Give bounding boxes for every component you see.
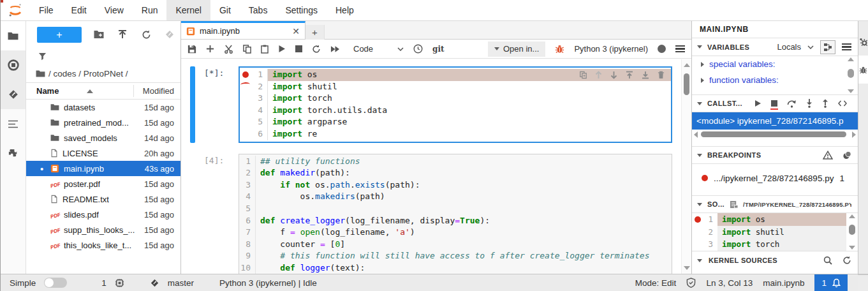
cut-icon[interactable] (224, 43, 233, 56)
git-branch-name[interactable]: master (168, 278, 194, 288)
refresh-icon[interactable] (842, 256, 851, 265)
right-tab-property-inspector[interactable] (858, 27, 868, 56)
name-column-header[interactable]: Name (36, 86, 59, 96)
new-folder-button[interactable] (92, 28, 105, 41)
file-list-header[interactable]: Name Modified (26, 82, 180, 100)
breakpoint-gutter[interactable] (240, 81, 251, 93)
code-line[interactable]: 5import argparse (240, 116, 671, 128)
code-text[interactable]: os.makedirs(path) (256, 191, 672, 203)
restart-kernel-icon[interactable] (312, 43, 321, 56)
step-out-icon[interactable] (822, 99, 828, 108)
code-text[interactable]: import re (268, 128, 671, 140)
code-line[interactable]: 3import torch (692, 238, 858, 251)
toolbar-overflow-icon[interactable] (675, 43, 685, 56)
collapse-caret-icon[interactable] (697, 154, 702, 157)
menu-help[interactable]: Help (327, 0, 363, 20)
kernels-count[interactable]: 1 (101, 278, 107, 288)
code-text[interactable]: import torch (717, 238, 846, 251)
collapse-caret-icon[interactable] (697, 102, 702, 105)
code-text[interactable]: def logger(text): (256, 262, 672, 274)
code-line[interactable]: 1import os (692, 213, 858, 226)
close-all-breakpoints-icon[interactable] (842, 151, 851, 160)
refresh-icon[interactable] (140, 28, 152, 41)
chip-icon[interactable] (115, 278, 124, 288)
git-branch-icon[interactable] (150, 278, 159, 288)
scrollbar-thumb[interactable] (701, 131, 846, 137)
evaluate-code-icon[interactable] (838, 100, 847, 107)
run-icon[interactable] (278, 43, 286, 56)
menu-kernel[interactable]: Kernel (166, 0, 210, 20)
breakpoint-gutter[interactable] (692, 226, 703, 239)
code-cell-1[interactable]: [*]:1import os2import shutil3import torc… (186, 66, 672, 143)
code-text[interactable]: # this function will still have access t… (256, 250, 672, 262)
cell-editor[interactable]: 1import os2import shutil3import torch4im… (239, 66, 672, 143)
code-text[interactable]: counter = [0] (256, 239, 672, 251)
new-tab-button[interactable]: + (305, 25, 325, 40)
breakpoints-section-header[interactable]: BREAKPOINTS (692, 146, 858, 164)
scroll-right-icon[interactable] (852, 131, 856, 138)
cell-collapser[interactable] (190, 154, 195, 274)
scroll-down-icon[interactable] (849, 246, 855, 250)
code-text[interactable]: f = open(log_filename, 'a') (256, 227, 672, 239)
variable-group-function-variables-[interactable]: function variables: (692, 72, 858, 88)
breakpoint-entry[interactable]: .../ipykernel_728/872146895.py 1 (692, 170, 858, 186)
code-line[interactable]: 8 counter = [0] (239, 239, 672, 251)
sidebar-tab-extensions[interactable] (1, 138, 26, 168)
kernel-status-text[interactable]: Python 3 (ipykernel) | Idle (219, 278, 317, 288)
scrollbar-thumb[interactable] (684, 73, 689, 95)
open-in-dropdown[interactable]: Open in... (488, 41, 545, 57)
menu-settings[interactable]: Settings (276, 0, 327, 20)
scrollbar-thumb[interactable] (848, 69, 854, 78)
breakpoint-gutter[interactable] (692, 213, 703, 226)
scroll-left-icon[interactable] (694, 131, 698, 138)
add-cell-icon[interactable] (206, 43, 214, 56)
code-text[interactable] (256, 203, 672, 215)
notebook-scrollbar[interactable] (681, 59, 691, 274)
code-line[interactable]: 7 f = open(log_filename, 'a') (239, 227, 672, 239)
expand-caret-icon[interactable] (701, 78, 704, 83)
file-row-main-ipynb[interactable]: •main.ipynb43s ago (26, 161, 180, 176)
sidebar-tab-git[interactable] (1, 80, 26, 109)
code-text[interactable]: import torch.utils.data (268, 105, 671, 117)
code-line[interactable]: 10 def logger(text): (239, 262, 672, 274)
code-text[interactable]: ## utility functions (256, 156, 672, 168)
scroll-down-icon[interactable] (684, 266, 690, 270)
expand-caret-icon[interactable] (701, 62, 704, 67)
breakpoint-gutter[interactable] (240, 93, 251, 105)
file-row-license[interactable]: LICENSE20h ago (26, 146, 180, 161)
continue-icon[interactable] (754, 100, 761, 107)
new-launcher-button[interactable]: + (37, 27, 82, 43)
file-row-readme-txt[interactable]: README.txt15d ago (26, 191, 180, 207)
code-text[interactable]: import argparse (268, 116, 671, 128)
cell-editor[interactable]: 1## utility functions2def makedir(path):… (239, 154, 672, 274)
file-row-poster-pdf[interactable]: PDFposter.pdf15d ago (26, 176, 180, 191)
code-line[interactable]: 3 if not os.path.exists(path): (239, 179, 672, 191)
kernel-busy-indicator[interactable] (658, 45, 666, 53)
filter-files-row[interactable] (26, 48, 180, 64)
right-tab-debugger[interactable] (858, 56, 868, 84)
callstack-section-header[interactable]: CALLST... (692, 94, 858, 112)
breakpoint-gutter[interactable] (240, 128, 251, 140)
notifications-badge[interactable]: 1 (814, 274, 848, 291)
modified-column-header[interactable]: Modified (143, 86, 174, 96)
code-text[interactable]: import shutil (268, 81, 671, 93)
menu-tabs[interactable]: Tabs (240, 0, 277, 20)
move-cell-up-icon[interactable] (595, 71, 602, 79)
insert-cell-above-icon[interactable] (626, 71, 633, 79)
scroll-up-icon[interactable] (684, 63, 690, 67)
breakpoint-dot-icon[interactable] (695, 216, 701, 223)
code-line[interactable]: 6def create_logger(log_filename, display… (239, 215, 672, 227)
code-cell-2[interactable]: [4]:1## utility functions2def makedir(pa… (186, 154, 672, 274)
close-icon[interactable]: ✕ (292, 26, 300, 36)
code-line[interactable]: 4 os.makedirs(path) (239, 191, 672, 203)
scrollbar-thumb[interactable] (849, 225, 855, 235)
code-text[interactable]: import os (717, 213, 846, 226)
delete-cell-icon[interactable] (658, 71, 665, 79)
cell-collapser[interactable] (190, 66, 195, 143)
file-row-datasets[interactable]: datasets15d ago (26, 100, 180, 115)
breakpoint-gutter[interactable] (240, 105, 251, 117)
bug-icon[interactable] (555, 43, 564, 56)
file-row-saved-models[interactable]: saved_models14d ago (26, 130, 180, 146)
menu-run[interactable]: Run (133, 0, 167, 20)
stop-icon[interactable] (295, 43, 302, 56)
